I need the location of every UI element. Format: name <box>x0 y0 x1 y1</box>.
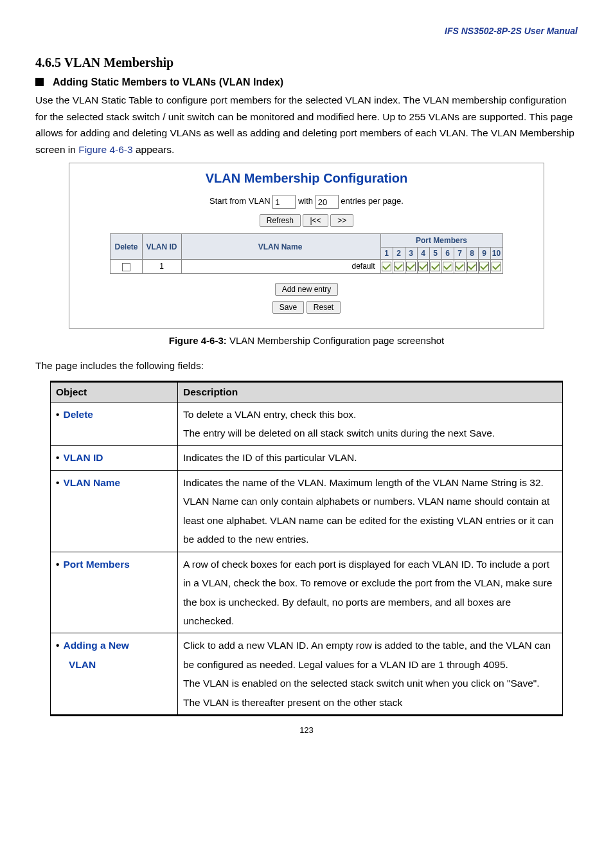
col-port-members: Port Members <box>380 234 502 248</box>
desc-row: •Adding a New VLAN Click to add a new VL… <box>51 633 563 716</box>
desc-row: •Port Members A row of check boxes for e… <box>51 552 563 633</box>
port-hdr-8: 8 <box>466 248 478 260</box>
port-hdr-2: 2 <box>393 248 405 260</box>
section-title: VLAN Membership <box>64 55 174 69</box>
figure-caption: Figure 4-6-3: VLAN Membership Configurat… <box>35 335 578 346</box>
desc-adding-new: Click to add a new VLAN ID. An empty row… <box>178 633 563 716</box>
desc-row: •VLAN ID Indicates the ID of this partic… <box>51 446 563 470</box>
port-checkbox-10[interactable] <box>492 262 501 271</box>
port-checkbox-5[interactable] <box>431 262 440 271</box>
obj-port-members: Port Members <box>63 559 129 570</box>
port-checkbox-4[interactable] <box>418 262 428 271</box>
panel-title: VLAN Membership Configuration <box>75 171 538 186</box>
config-panel: VLAN Membership Configuration Start from… <box>69 163 544 328</box>
obj-adding-new-vlan: VLAN <box>69 659 96 670</box>
port-hdr-4: 4 <box>417 248 429 260</box>
first-page-button[interactable]: |<< <box>303 214 328 227</box>
head-description: Description <box>178 381 563 402</box>
port-hdr-9: 9 <box>478 248 490 260</box>
intro-text-b: appears. <box>133 144 175 155</box>
cell-vlan-name: default <box>181 260 380 273</box>
fields-intro: The page includes the following fields: <box>35 360 578 372</box>
figure-caption-bold: Figure 4-6-3: <box>169 335 227 346</box>
with-label: with <box>298 197 313 206</box>
port-checkbox-8[interactable] <box>467 262 477 271</box>
port-checkbox-9[interactable] <box>479 262 489 271</box>
desc-row: •Delete To delete a VLAN entry, check th… <box>51 402 563 446</box>
desc-vlan-id: Indicates the ID of this particular VLAN… <box>178 446 563 470</box>
port-hdr-7: 7 <box>454 248 466 260</box>
vlan-table: Delete VLAN ID VLAN Name Port Members 1 … <box>110 233 502 273</box>
section-heading: 4.6.5 VLAN Membership <box>35 55 578 70</box>
port-checkbox-7[interactable] <box>455 262 465 271</box>
page-number: 123 <box>35 725 578 735</box>
desc-vlan-name: Indicates the name of the VLAN. Maximum … <box>178 470 563 552</box>
port-checkbox-3[interactable] <box>406 262 416 271</box>
head-object: Object <box>51 381 178 402</box>
port-hdr-5: 5 <box>429 248 441 260</box>
port-hdr-3: 3 <box>405 248 417 260</box>
col-delete: Delete <box>111 234 142 260</box>
square-bullet-icon <box>35 78 44 86</box>
col-vlan-id: VLAN ID <box>142 234 181 260</box>
sub-heading-text: Adding Static Members to VLANs (VLAN Ind… <box>53 77 283 87</box>
add-new-entry-button[interactable]: Add new entry <box>275 283 339 296</box>
cell-vlan-id: 1 <box>142 260 181 273</box>
col-vlan-name: VLAN Name <box>181 234 380 260</box>
save-button[interactable]: Save <box>272 301 304 314</box>
description-table: Object Description •Delete To delete a V… <box>50 381 563 717</box>
figure-link: Figure 4-6-3 <box>78 144 132 155</box>
port-checkbox-2[interactable] <box>394 262 404 271</box>
obj-adding-new: Adding a New <box>63 640 129 651</box>
figure-caption-rest: VLAN Membership Configuration page scree… <box>227 335 445 346</box>
intro-paragraph: Use the VLAN Static Table to configure p… <box>35 92 578 158</box>
section-number: 4.6.5 <box>35 55 61 69</box>
entries-input[interactable] <box>315 195 339 209</box>
start-from-input[interactable] <box>272 195 296 209</box>
entries-per-page-label: entries per page. <box>341 197 404 206</box>
sub-heading: Adding Static Members to VLANs (VLAN Ind… <box>35 77 578 88</box>
desc-row: •VLAN Name Indicates the name of the VLA… <box>51 470 563 552</box>
manual-title: IFS NS3502-8P-2S User Manual <box>35 26 578 36</box>
port-hdr-1: 1 <box>380 248 393 260</box>
port-hdr-6: 6 <box>441 248 454 260</box>
reset-button[interactable]: Reset <box>306 301 341 314</box>
start-from-label: Start from VLAN <box>209 197 271 206</box>
obj-vlan-id: VLAN ID <box>63 452 103 463</box>
port-checkbox-6[interactable] <box>443 262 452 271</box>
port-hdr-10: 10 <box>490 248 502 260</box>
table-row: 1 default <box>111 260 502 273</box>
refresh-button[interactable]: Refresh <box>260 214 301 227</box>
obj-vlan-name: VLAN Name <box>63 477 120 488</box>
desc-delete: To delete a VLAN entry, check this box. … <box>178 402 563 446</box>
obj-delete: Delete <box>63 409 93 420</box>
next-page-button[interactable]: >> <box>330 214 353 227</box>
port-checkbox-1[interactable] <box>382 262 391 271</box>
desc-port-members: A row of check boxes for each port is di… <box>178 552 563 633</box>
delete-checkbox[interactable] <box>122 263 130 271</box>
